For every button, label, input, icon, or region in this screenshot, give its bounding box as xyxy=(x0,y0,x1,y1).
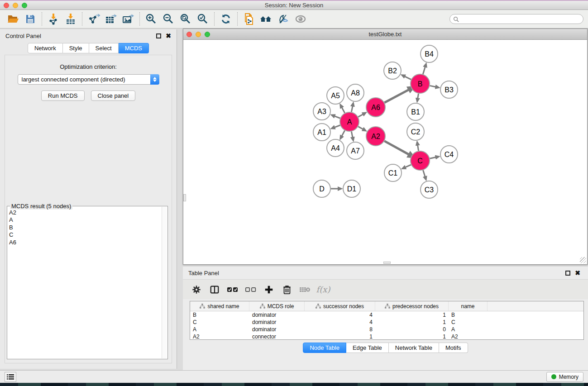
graph-node-A7[interactable]: A7 xyxy=(347,142,364,159)
export-image-button[interactable] xyxy=(120,12,137,26)
graph-node-B2[interactable]: B2 xyxy=(384,62,401,79)
cell[interactable]: 0 xyxy=(375,326,449,333)
edge-A2-C[interactable] xyxy=(384,141,409,155)
zoom-selected-button[interactable] xyxy=(194,12,211,26)
import-table-button[interactable] xyxy=(62,12,79,26)
float-table-panel-icon[interactable] xyxy=(565,271,570,276)
edge-C-C3[interactable] xyxy=(423,170,425,176)
window-resize-grip[interactable] xyxy=(580,257,586,263)
open-session-button[interactable] xyxy=(5,12,22,26)
tab-edge-table[interactable]: Edge Table xyxy=(346,343,389,353)
edge-A-A6[interactable] xyxy=(358,114,363,117)
graph-node-C4[interactable]: C4 xyxy=(440,146,458,163)
edge-A-A3[interactable] xyxy=(335,116,340,119)
export-table-button[interactable] xyxy=(102,12,120,26)
cell[interactable]: B xyxy=(449,312,488,318)
graph-node-A4[interactable]: A4 xyxy=(327,139,344,157)
save-session-button[interactable] xyxy=(22,12,39,26)
float-panel-icon[interactable] xyxy=(156,33,161,38)
graph-node-B4[interactable]: B4 xyxy=(421,45,438,62)
cell[interactable]: A2 xyxy=(449,334,488,340)
run-mcds-button[interactable]: Run MCDS xyxy=(41,91,85,101)
graph-node-A8[interactable]: A8 xyxy=(347,84,364,101)
cell[interactable]: B xyxy=(190,312,249,318)
zoom-out-button[interactable] xyxy=(160,12,177,26)
table-settings-button[interactable] xyxy=(188,282,205,297)
cell[interactable]: connector xyxy=(249,334,305,340)
cell[interactable]: 1 xyxy=(305,334,375,340)
graph-node-A[interactable]: A xyxy=(340,112,359,131)
cell[interactable]: 1 xyxy=(375,334,449,340)
cell[interactable]: C xyxy=(190,319,249,325)
zoom-fit-button[interactable] xyxy=(177,12,194,26)
graph-node-C3[interactable]: C3 xyxy=(421,181,438,198)
add-column-button[interactable] xyxy=(261,282,277,297)
canvas-vscroll-indicator[interactable] xyxy=(183,194,186,201)
edge-A6-B[interactable] xyxy=(384,90,409,103)
select-all-button[interactable] xyxy=(225,282,241,297)
edge-A-A7[interactable] xyxy=(351,132,353,138)
network-window-titlebar[interactable]: testGlobe.txt xyxy=(183,29,587,40)
edge-B-B1[interactable] xyxy=(418,94,419,99)
function-builder-button[interactable]: f(x) xyxy=(315,282,331,297)
graph-node-B[interactable]: B xyxy=(411,74,430,93)
refresh-button[interactable] xyxy=(217,12,234,26)
hide-panel-button[interactable] xyxy=(292,12,309,26)
graph-node-A6[interactable]: A6 xyxy=(366,98,385,117)
zoom-in-button[interactable] xyxy=(143,12,160,26)
cell[interactable]: dominator xyxy=(249,319,305,325)
edge-A-A1[interactable] xyxy=(335,125,340,128)
edge-B-B2[interactable] xyxy=(405,76,411,80)
cell[interactable]: A xyxy=(449,326,488,333)
close-table-panel-icon[interactable]: ✖ xyxy=(575,271,580,276)
table-row[interactable]: Cdominator41C xyxy=(190,319,583,326)
table-row[interactable]: Bdominator41B xyxy=(190,311,583,319)
edge-C-C1[interactable] xyxy=(405,165,411,167)
graph-node-B1[interactable]: B1 xyxy=(407,103,424,120)
show-all-networks-button[interactable] xyxy=(258,12,275,26)
search-input[interactable] xyxy=(461,16,580,22)
cell[interactable]: dominator xyxy=(249,326,305,333)
edge-B-B4[interactable] xyxy=(423,67,425,74)
graph-node-D[interactable]: D xyxy=(313,180,330,197)
import-network-button[interactable] xyxy=(45,12,62,26)
graph-node-A3[interactable]: A3 xyxy=(313,103,330,120)
graph-node-C[interactable]: C xyxy=(411,151,430,170)
canvas-hscroll-indicator[interactable] xyxy=(383,262,391,264)
deselect-all-button[interactable] xyxy=(243,282,259,297)
edge-A-A2[interactable] xyxy=(358,127,363,129)
column-header-successor-nodes[interactable]: successor nodes xyxy=(305,301,375,311)
vizmapper-button[interactable] xyxy=(275,12,292,26)
memory-button[interactable]: Memory xyxy=(546,372,583,382)
tab-mcds[interactable]: MCDS xyxy=(119,43,149,53)
cell[interactable]: 4 xyxy=(305,319,375,325)
graph-node-B3[interactable]: B3 xyxy=(440,81,458,98)
table-row[interactable]: Adominator80A xyxy=(190,326,583,333)
edge-A-A5[interactable] xyxy=(342,107,344,113)
cell[interactable]: 8 xyxy=(305,326,375,333)
tab-node-table[interactable]: Node Table xyxy=(303,343,346,353)
tab-network-table[interactable]: Network Table xyxy=(389,343,439,353)
search-field[interactable] xyxy=(449,14,583,24)
result-item[interactable]: C xyxy=(9,231,161,238)
graph-node-D1[interactable]: D1 xyxy=(343,180,360,197)
cell[interactable]: 1 xyxy=(375,312,449,318)
edge-A-A4[interactable] xyxy=(342,130,344,136)
edge-C-C4[interactable] xyxy=(430,157,435,158)
mcds-result-list[interactable]: A2ABCA6 xyxy=(9,209,161,357)
close-panel-button[interactable]: Close panel xyxy=(91,91,136,101)
edge-C-C2[interactable] xyxy=(418,145,419,151)
result-item[interactable]: B xyxy=(9,224,161,231)
close-panel-icon[interactable]: ✖ xyxy=(166,33,171,38)
cell[interactable]: A2 xyxy=(190,334,249,340)
task-history-button[interactable] xyxy=(5,372,16,382)
cell[interactable]: A xyxy=(190,326,249,333)
graph-node-A1[interactable]: A1 xyxy=(313,124,330,141)
network-canvas[interactable]: B4B2BB3A5A8A6A3B1AA1C2A2A4A7CC4C1C3DD1 xyxy=(183,40,587,264)
delete-table-button[interactable] xyxy=(297,282,313,297)
graph-node-A5[interactable]: A5 xyxy=(327,87,344,104)
cell[interactable]: 4 xyxy=(305,312,375,318)
delete-column-button[interactable] xyxy=(279,282,295,297)
edge-B-B3[interactable] xyxy=(430,86,436,87)
result-item[interactable]: A6 xyxy=(9,239,161,246)
